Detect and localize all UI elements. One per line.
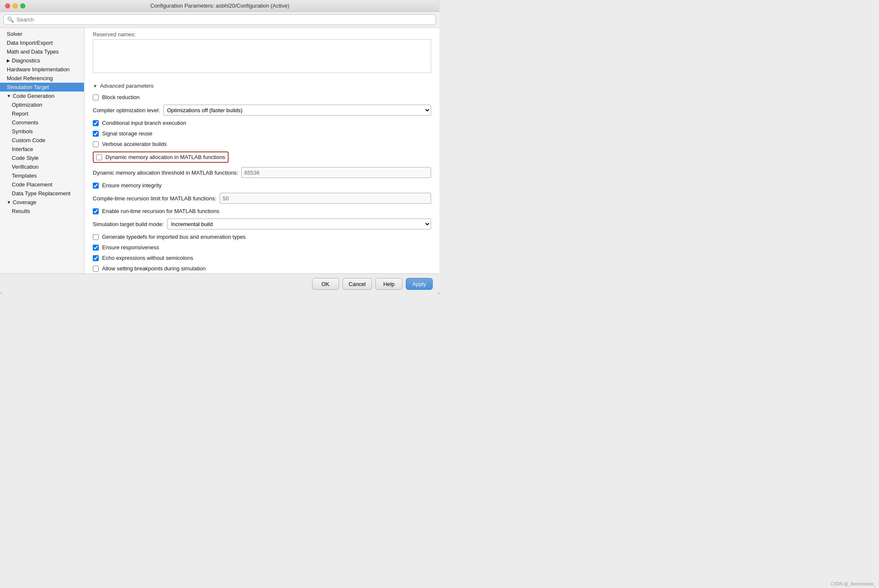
ok-button[interactable]: OK [312, 278, 339, 290]
sidebar-item-custom-code[interactable]: Custom Code [0, 136, 84, 145]
traffic-lights [5, 3, 25, 8]
param-row-allow-breakpoints: Allow setting breakpoints during simulat… [93, 265, 431, 272]
sidebar-item-data-type-replacement[interactable]: Data Type Replacement [0, 189, 84, 198]
checkbox-generate-typedefs[interactable] [93, 234, 99, 240]
minimize-button[interactable] [13, 3, 18, 8]
param-row-block-reduction: Block reduction [93, 94, 431, 100]
sidebar-item-code-generation[interactable]: ▼Code Generation [0, 92, 84, 100]
sidebar-item-label: Coverage [13, 199, 36, 205]
sidebar-item-label: Model Referencing [7, 75, 53, 81]
window-title: Configuration Parameters: asbhl20/Config… [150, 3, 289, 9]
sidebar-item-results[interactable]: Results [0, 207, 84, 216]
checkbox-allow-breakpoints[interactable] [93, 266, 99, 272]
param-row-ensure-memory-integrity: Ensure memory integrity [93, 182, 431, 189]
sidebar-item-code-style[interactable]: Code Style [0, 154, 84, 162]
search-bar: 🔍 [0, 12, 440, 28]
checkbox-conditional-input-branch[interactable] [93, 120, 99, 126]
cancel-button[interactable]: Cancel [342, 278, 372, 290]
checkbox-verbose-accelerator-builds[interactable] [93, 141, 99, 147]
sidebar-item-diagnostics[interactable]: ▶Diagnostics [0, 56, 84, 65]
sidebar-item-hardware-impl[interactable]: Hardware Implementation [0, 65, 84, 74]
main-content: SolverData Import/ExportMath and Data Ty… [0, 28, 440, 273]
chevron-icon: ▶ [7, 58, 10, 63]
sidebar-item-label: Comments [12, 119, 38, 126]
param-row-conditional-input-branch: Conditional input branch execution [93, 120, 431, 126]
dropdown-compiler-opt-level[interactable]: Optimizations off (faster builds)Optimiz… [163, 105, 431, 116]
params-container: Block reductionCompiler optimization lev… [93, 94, 431, 272]
param-row-echo-expressions: Echo expressions without semicolons [93, 255, 431, 261]
sidebar-item-label: Report [12, 111, 28, 117]
param-row-sim-target-build-mode: Simulation target build mode:Incremental… [93, 218, 431, 229]
param-row-verbose-accelerator-builds: Verbose accelerator builds [93, 141, 431, 147]
param-row-dynamic-memory-allocation: Dynamic memory allocation in MATLAB func… [93, 151, 229, 163]
title-bar: Configuration Parameters: asbhl20/Config… [0, 0, 440, 12]
sidebar-item-model-referencing[interactable]: Model Referencing [0, 74, 84, 83]
sidebar-item-verification[interactable]: Verification [0, 162, 84, 171]
content-area: Reserved names: ▼ Advanced parameters Bl… [84, 28, 440, 273]
close-button[interactable] [5, 3, 10, 8]
sidebar-item-label: Diagnostics [12, 57, 40, 64]
param-row-compiler-opt-level: Compiler optimization level:Optimization… [93, 105, 431, 116]
sidebar-item-label: Simulation Target [7, 84, 49, 90]
main-window: Configuration Parameters: asbhl20/Config… [0, 0, 440, 294]
text-input-compile-time-recursion[interactable] [220, 193, 431, 204]
sidebar-item-optimization[interactable]: Optimization [0, 100, 84, 109]
label-dynamic-memory-allocation: Dynamic memory allocation in MATLAB func… [105, 154, 225, 160]
maximize-button[interactable] [20, 3, 25, 8]
sidebar-item-label: Data Import/Export [7, 40, 53, 46]
text-input-dynamic-memory-threshold[interactable] [241, 167, 431, 178]
reserved-names-input[interactable] [93, 39, 431, 73]
label-conditional-input-branch: Conditional input branch execution [102, 120, 186, 126]
label-compile-time-recursion: Compile-time recursion limit for MATLAB … [93, 195, 216, 202]
label-sim-target-build-mode: Simulation target build mode: [93, 221, 164, 227]
label-ensure-responsiveness: Ensure responsiveness [102, 244, 159, 251]
sidebar-item-simulation-target[interactable]: Simulation Target [0, 83, 84, 92]
advanced-parameters-section: ▼ Advanced parameters Block reductionCom… [84, 78, 440, 273]
sidebar-item-solver[interactable]: Solver [0, 30, 84, 38]
sidebar-item-label: Hardware Implementation [7, 66, 70, 73]
param-row-enable-runtime-recursion: Enable run-time recursion for MATLAB fun… [93, 208, 431, 214]
advanced-parameters-header: ▼ Advanced parameters [93, 83, 431, 89]
sidebar-item-label: Optimization [12, 102, 42, 108]
checkbox-signal-storage-reuse[interactable] [93, 131, 99, 137]
checkbox-echo-expressions[interactable] [93, 255, 99, 261]
param-row-ensure-responsiveness: Ensure responsiveness [93, 244, 431, 251]
label-compiler-opt-level: Compiler optimization level: [93, 107, 160, 113]
sidebar-item-label: Math and Data Types [7, 49, 59, 55]
label-verbose-accelerator-builds: Verbose accelerator builds [102, 141, 167, 147]
sidebar-item-report[interactable]: Report [0, 109, 84, 118]
sidebar-item-label: Custom Code [12, 137, 45, 143]
sidebar-item-symbols[interactable]: Symbols [0, 127, 84, 136]
checkbox-block-reduction[interactable] [93, 94, 99, 100]
collapse-icon[interactable]: ▼ [93, 84, 97, 89]
checkbox-ensure-memory-integrity[interactable] [93, 183, 99, 189]
sidebar-item-coverage[interactable]: ▼Coverage [0, 198, 84, 207]
sidebar-item-templates[interactable]: Templates [0, 171, 84, 180]
sidebar-item-math-data-types[interactable]: Math and Data Types [0, 47, 84, 56]
checkbox-enable-runtime-recursion[interactable] [93, 208, 99, 214]
param-row-compile-time-recursion: Compile-time recursion limit for MATLAB … [93, 193, 431, 204]
apply-button[interactable]: Apply [406, 278, 433, 290]
label-allow-breakpoints: Allow setting breakpoints during simulat… [102, 265, 206, 272]
sidebar-item-label: Symbols [12, 128, 33, 135]
sidebar-item-label: Verification [12, 164, 39, 170]
sidebar-item-interface[interactable]: Interface [0, 145, 84, 154]
sidebar-item-code-placement[interactable]: Code Placement [0, 180, 84, 189]
checkbox-dynamic-memory-allocation[interactable] [96, 154, 102, 160]
sidebar: SolverData Import/ExportMath and Data Ty… [0, 28, 84, 273]
dropdown-sim-target-build-mode[interactable]: Incremental buildClean build [167, 218, 431, 229]
help-button[interactable]: Help [375, 278, 402, 290]
label-generate-typedefs: Generate typedefs for imported bus and e… [102, 234, 245, 240]
sidebar-item-label: Code Style [12, 155, 39, 161]
footer-bar: OK Cancel Help Apply [0, 273, 440, 294]
chevron-icon: ▼ [7, 94, 11, 98]
chevron-icon: ▼ [7, 200, 11, 205]
checkbox-ensure-responsiveness[interactable] [93, 245, 99, 251]
label-enable-runtime-recursion: Enable run-time recursion for MATLAB fun… [102, 208, 219, 214]
sidebar-item-comments[interactable]: Comments [0, 118, 84, 127]
search-input[interactable] [16, 16, 432, 23]
sidebar-item-data-import-export[interactable]: Data Import/Export [0, 38, 84, 47]
label-dynamic-memory-threshold: Dynamic memory allocation threshold in M… [93, 170, 238, 176]
sidebar-item-label: Results [12, 208, 30, 214]
sidebar-item-label: Templates [12, 173, 37, 179]
